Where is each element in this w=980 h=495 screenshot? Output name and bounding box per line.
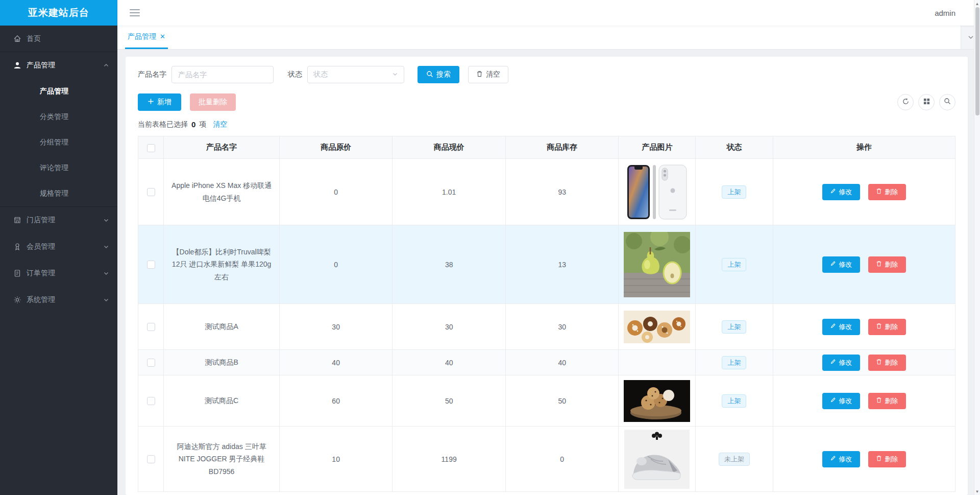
selection-clear-link[interactable]: 清空 bbox=[213, 120, 227, 129]
status-badge: 上架 bbox=[722, 356, 746, 369]
sidebar-item-order-management[interactable]: 订单管理 bbox=[0, 260, 117, 287]
clear-filters-button[interactable]: 清空 bbox=[468, 66, 508, 83]
current-price: 30 bbox=[393, 304, 506, 350]
edit-button[interactable]: 修改 bbox=[822, 451, 860, 467]
original-price: 40 bbox=[279, 350, 393, 375]
edit-button[interactable]: 修改 bbox=[822, 184, 860, 200]
sidebar-item-label: 会员管理 bbox=[27, 242, 55, 251]
product-image-cookie-dough bbox=[624, 380, 690, 422]
add-button[interactable]: 新增 bbox=[138, 93, 181, 111]
select-all-checkbox[interactable] bbox=[147, 144, 155, 152]
product-name: 【Dole都乐】比利时Truval啤梨12只 进口水果新鲜梨 单果120g左右 bbox=[164, 225, 280, 304]
sidebar-item-member-management[interactable]: 会员管理 bbox=[0, 233, 117, 260]
sidebar-subitem-spec-management[interactable]: 规格管理 bbox=[0, 181, 117, 206]
edit-button-label: 修改 bbox=[839, 455, 852, 464]
table-tools bbox=[897, 94, 955, 110]
vertical-scrollbar[interactable]: ▲ ▼ bbox=[974, 0, 980, 495]
delete-button[interactable]: 删除 bbox=[868, 355, 906, 371]
edit-button-label: 修改 bbox=[839, 396, 852, 406]
status-badge: 上架 bbox=[722, 185, 746, 199]
user-icon bbox=[13, 61, 21, 69]
sidebar-subitem-product-management[interactable]: 产品管理 bbox=[0, 79, 117, 104]
row-checkbox[interactable] bbox=[147, 188, 155, 196]
current-price: 40 bbox=[393, 350, 506, 375]
sidebar-item-store-management[interactable]: 门店管理 bbox=[0, 207, 117, 233]
search-icon bbox=[426, 70, 433, 79]
original-price: 0 bbox=[279, 159, 393, 225]
row-checkbox[interactable] bbox=[147, 397, 155, 405]
gear-icon bbox=[13, 296, 21, 304]
current-price: 1199 bbox=[393, 427, 506, 492]
row-checkbox[interactable] bbox=[147, 261, 155, 269]
trash-icon bbox=[876, 397, 882, 405]
app-window: 亚米建站后台 首页 产品管理 产品管理 bbox=[0, 0, 980, 495]
original-price: 60 bbox=[279, 375, 393, 427]
chevron-up-icon bbox=[103, 62, 109, 68]
sidebar-subitem-group-management[interactable]: 分组管理 bbox=[0, 130, 117, 155]
scroll-down-icon[interactable]: ▼ bbox=[975, 488, 979, 495]
header-actions: 操作 bbox=[773, 136, 955, 159]
product-name-input[interactable] bbox=[172, 66, 274, 83]
header-original-price: 商品原价 bbox=[279, 136, 393, 159]
sidebar-subitem-comment-management[interactable]: 评论管理 bbox=[0, 155, 117, 181]
sidebar-item-home[interactable]: 首页 bbox=[0, 26, 117, 52]
delete-button-label: 删除 bbox=[885, 358, 898, 367]
chevron-down-icon bbox=[103, 297, 109, 303]
row-checkbox[interactable] bbox=[147, 359, 155, 367]
name-filter-label: 产品名字 bbox=[138, 70, 166, 79]
column-search-button[interactable] bbox=[939, 94, 955, 110]
edit-icon bbox=[830, 261, 836, 268]
row-checkbox[interactable] bbox=[147, 323, 155, 331]
sidebar-subitem-category-management[interactable]: 分类管理 bbox=[0, 104, 117, 130]
edit-button[interactable]: 修改 bbox=[822, 256, 860, 273]
add-button-label: 新增 bbox=[157, 98, 172, 107]
product-name: 测试商品C bbox=[164, 375, 280, 427]
refresh-button[interactable] bbox=[897, 94, 914, 110]
density-button[interactable] bbox=[918, 94, 935, 110]
app-logo: 亚米建站后台 bbox=[0, 0, 117, 26]
header-status: 状态 bbox=[696, 136, 773, 159]
delete-button[interactable]: 删除 bbox=[868, 256, 906, 273]
status-badge: 未上架 bbox=[719, 453, 750, 466]
product-image-dole-pears bbox=[624, 232, 690, 297]
tab-product-management[interactable]: 产品管理 ✕ bbox=[125, 26, 168, 49]
delete-button-label: 删除 bbox=[885, 187, 898, 197]
product-name: 阿迪达斯官方 adidas 三叶草 NITE JOGGER 男子经典鞋BD795… bbox=[164, 427, 280, 492]
member-icon bbox=[13, 243, 21, 251]
status-select[interactable]: 状态 bbox=[307, 66, 404, 83]
stock: 40 bbox=[505, 350, 619, 375]
sidebar-item-label: 订单管理 bbox=[27, 269, 55, 278]
table-toolbar: 新增 批量删除 bbox=[138, 93, 955, 111]
product-image-iphone-xs-max bbox=[624, 162, 690, 222]
delete-button[interactable]: 删除 bbox=[868, 319, 906, 335]
edit-button[interactable]: 修改 bbox=[822, 355, 860, 371]
row-checkbox[interactable] bbox=[147, 455, 155, 463]
current-price: 1.01 bbox=[393, 159, 506, 225]
search-button[interactable]: 搜索 bbox=[418, 66, 459, 83]
delete-button[interactable]: 删除 bbox=[868, 451, 906, 467]
selection-count: 0 bbox=[190, 120, 197, 129]
sidebar-item-product-management[interactable]: 产品管理 bbox=[0, 52, 117, 79]
grid-icon bbox=[923, 98, 930, 107]
delete-button[interactable]: 删除 bbox=[868, 393, 906, 409]
current-user[interactable]: admin bbox=[935, 9, 955, 17]
table-row: 阿迪达斯官方 adidas 三叶草 NITE JOGGER 男子经典鞋BD795… bbox=[138, 427, 955, 492]
delete-button-label: 删除 bbox=[885, 396, 898, 406]
trash-icon bbox=[876, 188, 882, 196]
menu-toggle-icon[interactable] bbox=[130, 9, 140, 16]
edit-button-label: 修改 bbox=[839, 358, 852, 367]
scrollbar-thumb[interactable] bbox=[975, 7, 979, 115]
sidebar-item-system-management[interactable]: 系统管理 bbox=[0, 287, 117, 313]
edit-button[interactable]: 修改 bbox=[822, 319, 860, 335]
scroll-up-icon[interactable]: ▲ bbox=[975, 0, 979, 7]
trash-icon bbox=[876, 359, 882, 366]
trash-icon bbox=[476, 70, 483, 79]
delete-button[interactable]: 删除 bbox=[868, 184, 906, 200]
batch-delete-button[interactable]: 批量删除 bbox=[190, 93, 236, 111]
edit-button[interactable]: 修改 bbox=[822, 393, 860, 409]
current-price: 50 bbox=[393, 375, 506, 427]
delete-button-label: 删除 bbox=[885, 260, 898, 269]
close-icon[interactable]: ✕ bbox=[160, 33, 165, 40]
edit-button-label: 修改 bbox=[839, 322, 852, 332]
sidebar-group-products: 产品管理 产品管理 分类管理 分组管理 评论管理 规格管理 bbox=[0, 52, 117, 207]
